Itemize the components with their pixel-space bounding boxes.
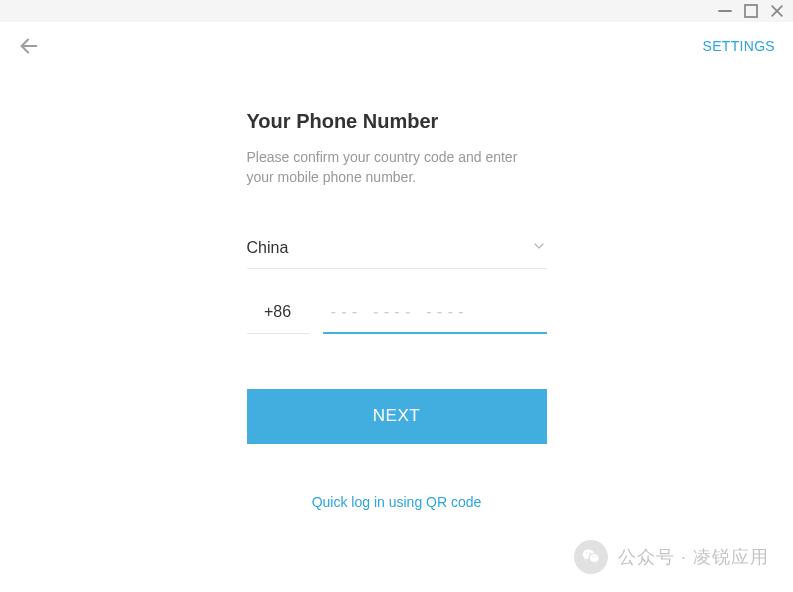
country-name-label: China bbox=[247, 239, 289, 257]
close-button[interactable] bbox=[769, 3, 785, 19]
maximize-button[interactable] bbox=[743, 3, 759, 19]
watermark-text: 公众号 · 凌锐应用 bbox=[618, 545, 769, 569]
settings-link[interactable]: SETTINGS bbox=[703, 38, 775, 54]
wechat-icon bbox=[574, 540, 608, 574]
qr-login-link[interactable]: Quick log in using QR code bbox=[247, 494, 547, 510]
country-selector[interactable]: China bbox=[247, 238, 547, 269]
page-title: Your Phone Number bbox=[247, 110, 547, 133]
page-description: Please confirm your country code and ent… bbox=[247, 147, 547, 188]
next-button[interactable]: NEXT bbox=[247, 389, 547, 444]
country-code-input[interactable] bbox=[247, 303, 309, 334]
chevron-down-icon bbox=[531, 238, 547, 258]
svg-rect-1 bbox=[745, 5, 757, 17]
back-button[interactable] bbox=[18, 35, 40, 57]
minimize-button[interactable] bbox=[717, 3, 733, 19]
phone-row bbox=[247, 303, 547, 334]
window-titlebar bbox=[0, 0, 793, 22]
login-form: Your Phone Number Please confirm your co… bbox=[247, 110, 547, 510]
watermark: 公众号 · 凌锐应用 bbox=[574, 540, 769, 574]
phone-number-input[interactable] bbox=[323, 303, 547, 334]
app-header: SETTINGS bbox=[0, 22, 793, 70]
